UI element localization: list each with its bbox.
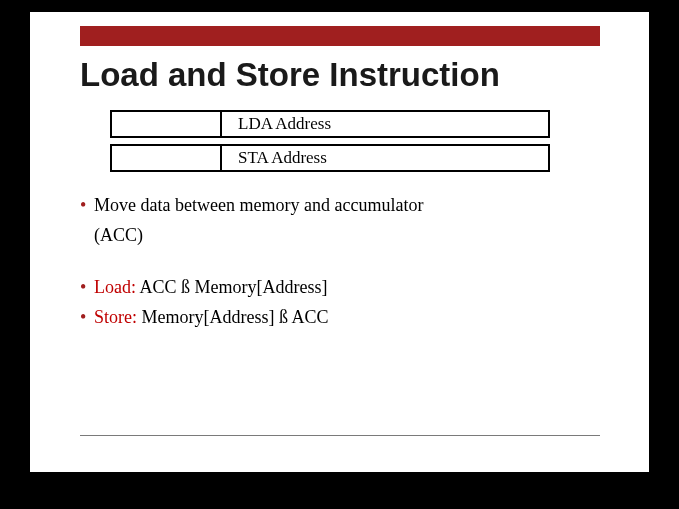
spacer (80, 250, 600, 274)
table-cell-empty (112, 112, 222, 136)
slide: Load and Store Instruction LDA Address S… (30, 12, 649, 472)
bullet-label-store: Store: (94, 307, 137, 327)
page-title: Load and Store Instruction (80, 56, 500, 94)
bullet-text: Memory[Address] ß ACC (137, 307, 329, 327)
accent-bar (80, 26, 600, 46)
bullet-list: Move data between memory and accumulator… (80, 192, 600, 334)
instruction-table: LDA Address STA Address (110, 110, 550, 178)
list-item: Move data between memory and accumulator (80, 192, 600, 220)
bullet-text: Move data between memory and accumulator (94, 195, 423, 215)
bullet-label-load: Load: (94, 277, 136, 297)
table-row: STA Address (110, 144, 550, 172)
bullet-text: ACC ß Memory[Address] (136, 277, 328, 297)
table-row: LDA Address (110, 110, 550, 138)
table-cell-empty (112, 146, 222, 170)
table-cell-lda: LDA Address (222, 114, 548, 134)
divider (80, 435, 600, 436)
bullet-continuation: (ACC) (80, 222, 600, 250)
table-cell-sta: STA Address (222, 148, 548, 168)
list-item: Load: ACC ß Memory[Address] (80, 274, 600, 302)
list-item: Store: Memory[Address] ß ACC (80, 304, 600, 332)
